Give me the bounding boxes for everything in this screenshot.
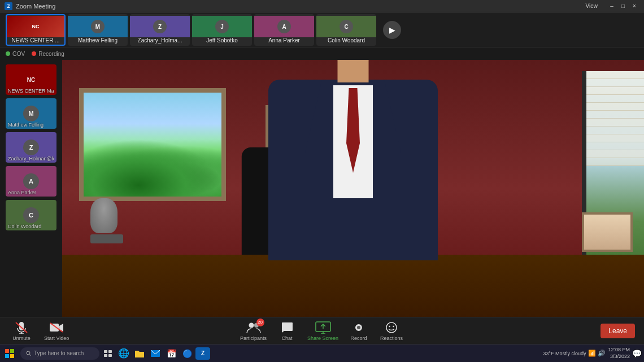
notification-icon[interactable]: 💬	[632, 349, 642, 358]
sidebar-thumb-matthew[interactable]: M Matthew Felling	[6, 98, 56, 129]
sidebar-label-zachary: Zachary_Holman@king.sen...	[8, 156, 54, 162]
leave-button[interactable]: Leave	[601, 324, 635, 338]
taskbar-search[interactable]: Type here to search	[20, 347, 99, 360]
participant-avatar-jeff-sobotko: J	[215, 20, 229, 33]
gov-dot	[6, 51, 10, 56]
sidebar-label-matthew: Matthew Felling	[8, 122, 43, 128]
sidebar-thumb-anna[interactable]: A Anna Parker	[6, 166, 56, 197]
participants-count-badge: 20	[256, 319, 264, 326]
record-button[interactable]: Record	[346, 321, 371, 341]
participant-thumb-news-center: NC	[7, 16, 64, 37]
volume-icon[interactable]: 🔊	[598, 350, 606, 357]
participant-thumb-colin-woodard: C	[316, 16, 376, 37]
bust-head	[90, 198, 118, 233]
participant-avatar-colin-woodard: C	[340, 20, 353, 33]
start-button[interactable]	[2, 346, 17, 361]
view-button[interactable]: View	[586, 3, 598, 9]
start-video-button[interactable]: Start Video	[44, 321, 69, 341]
participant-avatar-zachary-holman: Z	[153, 20, 167, 33]
svg-rect-20	[104, 350, 107, 353]
svg-rect-17	[10, 354, 14, 358]
chat-icon	[279, 321, 295, 334]
sidebar-avatar-zachary: Z	[23, 139, 39, 155]
date-display: 3/3/2022	[608, 354, 630, 360]
sidebar-label-anna: Anna Parker	[8, 190, 36, 195]
sidebar-avatar-colin: C	[23, 207, 39, 223]
close-button[interactable]: ×	[629, 2, 639, 10]
sidebar-thumb-zachary[interactable]: Z Zachary_Holman@king.sen...	[6, 132, 56, 163]
wall-painting	[79, 88, 226, 201]
sidebar-label-colin: Colin Woodard	[8, 224, 41, 229]
svg-line-19	[30, 354, 32, 356]
chat-button[interactable]: Chat	[275, 321, 299, 341]
share-screen-label: Share Screen	[307, 335, 338, 341]
senator-neck	[338, 60, 369, 82]
participant-card-matthew-felling[interactable]: M Matthew Felling	[68, 14, 128, 46]
main-video-area: Angus	[62, 60, 644, 317]
participants-label: Participants	[240, 335, 267, 341]
taskbar-icon-mail[interactable]	[148, 346, 163, 361]
svg-point-13	[393, 325, 394, 326]
toolbar-left: Unmute Start Video	[9, 321, 69, 341]
participant-card-zachary-holman[interactable]: Z Zachary_Holma...	[130, 14, 190, 46]
bottom-toolbar: Unmute Start Video 20 Participants Chat	[0, 317, 644, 344]
lincoln-bust	[90, 198, 123, 243]
taskbar-icon-zoom[interactable]: Z	[195, 347, 210, 360]
chat-label: Chat	[281, 335, 292, 341]
reactions-label: Reactions	[380, 335, 403, 341]
taskbar-icon-calendar[interactable]: 📅	[164, 346, 179, 361]
participants-icon-wrapper: 20	[245, 321, 262, 334]
participant-thumb-jeff-sobotko: J	[192, 16, 252, 37]
reactions-button[interactable]: Reactions	[379, 321, 404, 341]
maximize-button[interactable]: □	[618, 2, 628, 10]
participants-button[interactable]: 20 Participants	[240, 321, 267, 341]
share-screen-button[interactable]: Share Screen	[307, 321, 338, 341]
reactions-icon	[383, 321, 400, 334]
taskbar-icon-edge[interactable]: 🌐	[116, 346, 131, 361]
senator-suit	[268, 80, 438, 260]
time-display: 12:08 PM	[608, 347, 630, 354]
sidebar-avatar-anna: A	[23, 173, 39, 189]
unmute-button[interactable]: Unmute	[9, 321, 34, 341]
network-icon[interactable]: 📶	[588, 350, 596, 357]
participant-card-anna-parker[interactable]: A Anna Parker	[254, 14, 314, 46]
toolbar-center: 20 Participants Chat Share Screen Record	[240, 321, 404, 341]
taskbar-icon-chrome[interactable]: 🔵	[180, 346, 194, 361]
next-participant-arrow[interactable]: ▶	[383, 21, 401, 39]
main-area: NC NEWS CENTER Maine M Matthew Felling Z…	[0, 60, 644, 317]
participant-name-matthew-felling: Matthew Felling	[78, 37, 118, 43]
gov-status: GOV	[6, 51, 25, 57]
minimize-button[interactable]: –	[607, 2, 617, 10]
taskbar-search-placeholder: Type here to search	[34, 350, 84, 356]
sidebar-thumb-colin[interactable]: C Colin Woodard	[6, 200, 56, 230]
participant-avatar-matthew-felling: M	[91, 20, 105, 33]
unmute-icon	[13, 321, 30, 334]
svg-point-18	[27, 351, 30, 355]
svg-point-11	[386, 322, 397, 333]
task-view-button[interactable]	[101, 346, 115, 361]
blinds	[582, 71, 644, 286]
recording-label: Recording	[38, 51, 64, 57]
participant-thumb-matthew-felling: M	[68, 16, 128, 37]
participant-thumb-zachary-holman: Z	[130, 16, 190, 37]
participant-card-jeff-sobotko[interactable]: J Jeff Sobotko	[192, 14, 252, 46]
clock-display[interactable]: 12:08 PM 3/3/2022	[608, 347, 630, 360]
sidebar-avatar-matthew: M	[23, 106, 39, 121]
weather-display: 33°F Mostly cloudy	[543, 351, 586, 356]
participant-card-news-center[interactable]: NC NEWS CENTER ...	[6, 14, 66, 46]
sidebar-thumb-news-center[interactable]: NC NEWS CENTER Maine	[6, 64, 56, 95]
windows-taskbar: Type here to search 🌐 📅 🔵 Z 33°F Mostly …	[0, 344, 644, 362]
participant-name-zachary-holman: Zachary_Holma...	[138, 37, 182, 43]
status-bar: GOV Recording	[0, 47, 644, 60]
toolbar-right: Leave	[601, 324, 635, 338]
record-icon	[350, 321, 367, 334]
start-video-label: Start Video	[44, 335, 69, 341]
svg-rect-16	[5, 354, 9, 358]
taskbar-app-icons: 🌐 📅 🔵 Z	[116, 346, 542, 361]
participant-name-colin-woodard: Colin Woodard	[328, 37, 365, 43]
participant-card-colin-woodard[interactable]: C Colin Woodard	[316, 14, 376, 46]
start-video-icon	[48, 321, 65, 334]
senator-figure	[268, 80, 438, 260]
taskbar-icon-explorer[interactable]	[132, 346, 147, 361]
participant-name-news-center: NEWS CENTER ...	[11, 37, 59, 43]
